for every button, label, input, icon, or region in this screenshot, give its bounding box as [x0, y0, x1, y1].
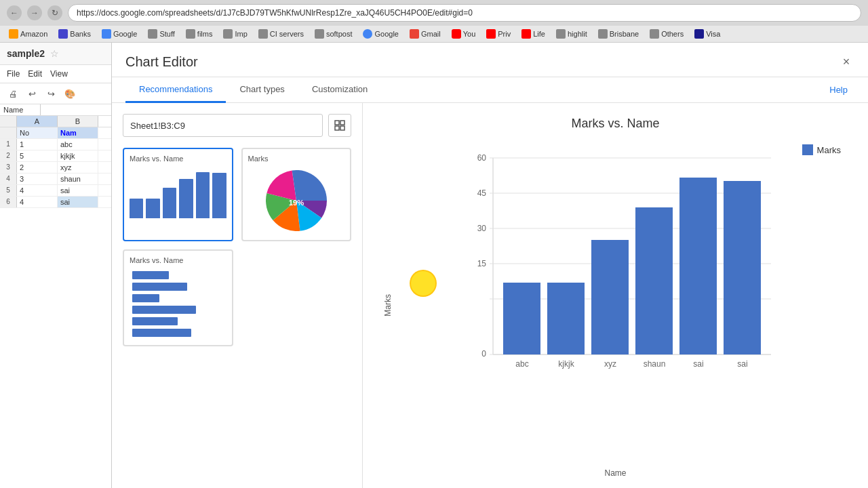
bookmark-gmail[interactable]: Gmail	[406, 28, 444, 40]
bar-3	[163, 188, 176, 218]
hbar-5	[132, 317, 178, 325]
chart-editor-overlay: Chart Editor × Recommendations Chart typ…	[112, 43, 868, 488]
menu-view[interactable]: View	[50, 68, 68, 80]
bookmark-films[interactable]: films	[182, 28, 216, 40]
spreadsheet-area: sample2 ☆ File Edit View 🖨 ↩ ↪ 🎨 A B No …	[0, 43, 112, 488]
bookmark-softpost[interactable]: softpost	[311, 28, 356, 40]
reload-button[interactable]: ↻	[47, 5, 62, 20]
bar-sai1	[679, 178, 717, 354]
row-number	[0, 127, 17, 138]
cell-name[interactable]: xyz	[58, 162, 98, 173]
table-row: 3 2 xyz	[0, 162, 111, 174]
bookmark-brisbane[interactable]: Brisbane	[595, 28, 642, 40]
undo-button[interactable]: ↩	[24, 86, 39, 101]
hbar-6	[132, 329, 191, 337]
svg-text:kjkjk: kjkjk	[558, 359, 574, 369]
bar-abc	[503, 283, 540, 354]
bookmark-visa[interactable]: Visa	[691, 28, 724, 40]
chart-area: 60 45 30 15 0	[396, 144, 848, 466]
forward-button[interactable]: →	[27, 5, 42, 20]
chart-thumb-pie[interactable]: Marks	[241, 148, 352, 241]
paint-button[interactable]: 🎨	[62, 86, 77, 101]
star-icon[interactable]: ☆	[50, 48, 59, 59]
data-range-input[interactable]	[123, 114, 323, 137]
svg-rect-3	[340, 126, 344, 130]
chart-thumb-hbar[interactable]: Marks vs. Name	[123, 249, 233, 346]
cell-no[interactable]: 4	[17, 197, 58, 207]
svg-rect-2	[335, 126, 339, 130]
svg-text:shaun: shaun	[644, 359, 666, 369]
back-button[interactable]: ←	[7, 5, 22, 20]
hbar-2	[132, 283, 187, 291]
cell-name[interactable]: abc	[58, 139, 98, 150]
browser-toolbar: ← → ↻	[0, 0, 868, 26]
bookmark-stuff[interactable]: Stuff	[144, 28, 178, 40]
close-button[interactable]: ×	[838, 54, 854, 70]
bookmark-youtube[interactable]: You	[448, 28, 479, 40]
row-number: 1	[0, 139, 17, 150]
table-row: 4 3 shaun	[0, 174, 111, 185]
tabs-left: Recommendations Chart types Customizatio…	[125, 77, 381, 102]
hbar-4	[132, 306, 196, 314]
cell-no[interactable]: 1	[17, 139, 58, 150]
bookmark-ci[interactable]: CI servers	[255, 28, 307, 40]
chart-preview: Marks vs. Name Marks Marks	[363, 103, 868, 488]
table-row: 6 4 sai	[0, 197, 111, 208]
mini-hbar-chart	[130, 268, 226, 340]
thumb-title-1: Marks vs. Name	[130, 155, 226, 163]
cell-no[interactable]: 2	[17, 162, 58, 173]
bookmark-others[interactable]: Others	[646, 28, 687, 40]
tab-customization[interactable]: Customization	[298, 77, 381, 103]
y-axis-label: Marks	[383, 294, 393, 317]
cell-no[interactable]: 4	[17, 185, 58, 196]
cell-name[interactable]: shaun	[58, 174, 98, 184]
bookmark-banks[interactable]: Banks	[55, 28, 94, 40]
cell-name[interactable]: kjkjk	[58, 150, 98, 161]
svg-text:xyz: xyz	[604, 359, 616, 369]
tabs-row: Recommendations Chart types Customizatio…	[112, 77, 868, 103]
grid-selector-button[interactable]	[328, 114, 351, 137]
cell-no[interactable]: 5	[17, 150, 58, 161]
cell-name[interactable]: Nam	[58, 127, 98, 138]
svg-text:0: 0	[481, 349, 486, 359]
chart-options: Marks vs. Name	[112, 103, 363, 488]
table-row: 1 1 abc	[0, 139, 111, 150]
panel-title: Chart Editor	[125, 54, 198, 70]
cell-no[interactable]: 3	[17, 174, 58, 184]
cell-no[interactable]: No	[17, 127, 58, 138]
col-a-header: A	[17, 116, 58, 127]
sheet-toolbar: 🖨 ↩ ↪ 🎨	[0, 83, 111, 104]
tab-chart-types[interactable]: Chart types	[226, 77, 298, 103]
bookmark-google[interactable]: Google	[98, 28, 140, 40]
row-num-col	[0, 116, 17, 127]
bar-5	[196, 172, 210, 218]
cell-name[interactable]: sai	[58, 197, 98, 207]
panel-header: Chart Editor ×	[112, 43, 868, 77]
pie-thumb-container: 19%	[248, 167, 345, 235]
chart-title: Marks vs. Name	[571, 117, 659, 131]
print-button[interactable]: 🖨	[5, 86, 20, 101]
tab-recommendations[interactable]: Recommendations	[125, 77, 226, 103]
name-box[interactable]	[0, 104, 41, 115]
bookmark-imp[interactable]: Imp	[220, 28, 250, 40]
help-link[interactable]: Help	[823, 78, 854, 102]
url-bar[interactable]	[68, 4, 861, 22]
svg-text:abc: abc	[515, 359, 528, 369]
bar-kjkjk	[547, 283, 585, 354]
cell-name[interactable]: sai	[58, 185, 98, 196]
chart-thumbnails: Marks vs. Name	[123, 148, 351, 346]
hbar-3	[132, 294, 159, 302]
bar-sai2	[724, 181, 761, 354]
data-range-row	[123, 114, 351, 137]
sheet-header: sample2 ☆	[0, 43, 111, 65]
menu-edit[interactable]: Edit	[28, 68, 42, 80]
bookmark-life[interactable]: Life	[518, 28, 549, 40]
bookmark-priv[interactable]: Priv	[483, 28, 514, 40]
bookmark-amazon[interactable]: Amazon	[5, 28, 51, 40]
row-number: 2	[0, 150, 17, 161]
redo-button[interactable]: ↪	[43, 86, 58, 101]
bookmark-highlit[interactable]: highlit	[553, 28, 591, 40]
bookmark-google2[interactable]: Google	[359, 28, 401, 40]
menu-file[interactable]: File	[7, 68, 20, 80]
chart-thumb-bar[interactable]: Marks vs. Name	[123, 148, 233, 241]
